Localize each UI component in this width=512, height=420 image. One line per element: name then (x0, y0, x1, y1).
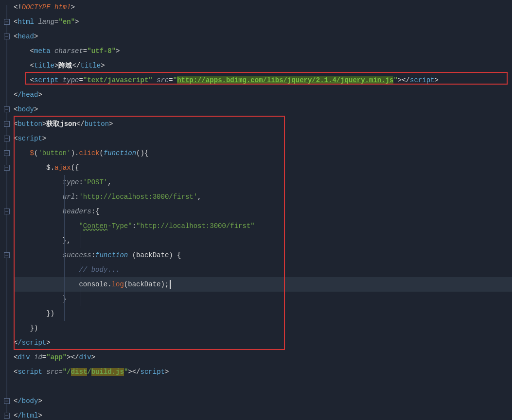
code-line[interactable]: </html> (14, 408, 512, 420)
code-line[interactable]: <script> (14, 131, 512, 146)
code-line[interactable]: <script src="/dist/build.js"></script> (14, 365, 512, 379)
code-line[interactable]: }) (14, 306, 512, 321)
indent-guide (81, 262, 81, 306)
fold-toggle-icon[interactable] (4, 136, 10, 141)
code-line[interactable]: </body> (14, 394, 512, 408)
code-line[interactable]: url:'http://localhost:3000/first', (14, 190, 512, 204)
indent-guide (64, 175, 65, 321)
fold-toggle-icon[interactable] (4, 34, 10, 39)
code-line-active[interactable]: console.log(backDate); (14, 277, 512, 292)
fold-toggle-icon[interactable] (4, 413, 10, 419)
code-line[interactable] (14, 379, 512, 394)
code-line[interactable]: // body... (14, 262, 512, 277)
fold-toggle-icon[interactable] (4, 150, 10, 156)
code-line[interactable]: </script> (14, 335, 512, 350)
code-line[interactable]: $('button').click(function(){ (14, 146, 512, 160)
code-line[interactable]: <title>跨域</title> (14, 58, 512, 73)
fold-toggle-icon[interactable] (4, 398, 10, 404)
code-line[interactable]: <!DOCTYPE html> (14, 0, 512, 15)
code-line[interactable]: <body> (14, 102, 512, 117)
code-line[interactable]: <meta charset="utf-8"> (14, 44, 512, 58)
indent-guide (81, 219, 81, 248)
code-line[interactable]: <head> (14, 29, 512, 44)
fold-toggle-icon[interactable] (4, 121, 10, 127)
code-line[interactable]: }) (14, 321, 512, 335)
code-line[interactable]: }, (14, 233, 512, 248)
fold-toggle-icon[interactable] (4, 165, 10, 171)
code-line[interactable]: } (14, 292, 512, 306)
fold-gutter (0, 0, 14, 420)
fold-toggle-icon[interactable] (4, 209, 10, 214)
code-line[interactable]: </head> (14, 88, 512, 102)
fold-toggle-icon[interactable] (4, 19, 10, 25)
code-line[interactable]: <button>获取json</button> (14, 117, 512, 131)
code-area[interactable]: <!DOCTYPE html> <html lang="en"> <head> … (14, 0, 512, 420)
code-line[interactable]: headers:{ (14, 204, 512, 219)
code-line[interactable]: $.ajax({ (14, 160, 512, 175)
code-line[interactable]: <html lang="en"> (14, 15, 512, 29)
code-line[interactable]: type:'POST', (14, 175, 512, 190)
code-line[interactable]: <script type="text/javascript" src="http… (14, 73, 512, 88)
code-editor[interactable]: <!DOCTYPE html> <html lang="en"> <head> … (0, 0, 512, 420)
fold-toggle-icon[interactable] (4, 252, 10, 258)
fold-toggle-icon[interactable] (4, 106, 10, 112)
code-line[interactable]: <div id="app"></div> (14, 350, 512, 365)
code-line[interactable]: success:function (backDate) { (14, 248, 512, 262)
text-cursor (170, 280, 171, 289)
code-line[interactable]: "Conten-Type":"http://localhost:3000/fir… (14, 219, 512, 233)
